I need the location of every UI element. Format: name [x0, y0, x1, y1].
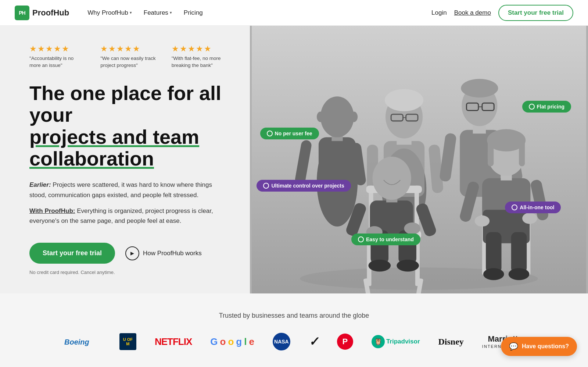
chevron-down-icon: ▾	[170, 10, 172, 15]
svg-text:Boeing: Boeing	[64, 338, 89, 346]
tripadvisor-icon: 🦉	[372, 335, 385, 348]
svg-point-65	[475, 215, 490, 227]
svg-point-42	[397, 260, 419, 271]
hero-section: ★★★★★ "Accountability is no more an issu…	[0, 26, 588, 293]
nav-cta-button[interactable]: Start your free trial	[498, 5, 573, 21]
svg-rect-61	[488, 140, 494, 166]
hero-heading: The one place for all your projects and …	[29, 82, 228, 170]
badge-all-in-one: All-in-one tool	[505, 202, 561, 213]
badge-easy-to-understand: Easy to understand	[351, 234, 420, 245]
logo-icon: PH	[15, 6, 29, 20]
quote-1: "Accountability is no more an issue"	[29, 55, 86, 69]
svg-point-56	[483, 268, 504, 280]
circle-icon	[512, 204, 517, 210]
review-1: ★★★★★ "Accountability is no more an issu…	[29, 44, 86, 69]
navbar: PH ProofHub Why ProofHub ▾ Features ▾ Pr…	[0, 0, 588, 26]
hero-image: No per user fee Flat pricing Ultimate co…	[250, 26, 588, 293]
circle-icon	[529, 104, 535, 110]
chat-icon: 💬	[509, 342, 518, 351]
svg-point-26	[461, 79, 498, 98]
book-demo-link[interactable]: Book a demo	[454, 9, 491, 17]
svg-point-44	[373, 157, 411, 200]
review-2: ★★★★★ "We can now easily track project p…	[100, 44, 157, 69]
stars-1: ★★★★★	[29, 44, 86, 54]
logo-nasa: NASA	[273, 333, 290, 350]
circle-icon	[263, 183, 269, 189]
badge-ultimate-control: Ultimate control over projects	[257, 180, 351, 192]
svg-point-5	[320, 96, 354, 137]
logo-disney: Disney	[438, 337, 464, 347]
video-button[interactable]: ▶ How ProofHub works	[125, 246, 202, 260]
with-proofhub-paragraph: With ProofHub: Everything is organized, …	[29, 206, 228, 226]
badge-flat-pricing: Flat pricing	[522, 101, 571, 113]
svg-point-66	[522, 213, 537, 224]
chat-button[interactable]: 💬 Have questions?	[501, 337, 577, 356]
quote-3: "With flat-fee, no more breaking the ban…	[172, 55, 228, 69]
hero-cta-button[interactable]: Start your free trial	[29, 243, 115, 264]
review-3: ★★★★★ "With flat-fee, no more breaking t…	[172, 44, 228, 69]
disclaimer-text: No credit card required. Cancel anytime.	[29, 270, 228, 275]
boeing-svg: Boeing	[64, 336, 101, 347]
logo-tripadvisor: 🦉 Tripadvisor	[372, 335, 420, 348]
stars-2: ★★★★★	[100, 44, 157, 54]
trusted-title: Trusted by businesses and teams around t…	[29, 312, 559, 320]
chevron-down-icon: ▾	[130, 10, 132, 15]
svg-point-8	[317, 112, 324, 122]
earlier-paragraph: Earlier: Projects were scattered, it was…	[29, 180, 228, 200]
logo-text: ProofHub	[32, 8, 69, 18]
circle-icon	[267, 131, 273, 136]
circle-icon	[358, 236, 364, 242]
nav-links: Why ProofHub ▾ Features ▾ Pricing	[82, 6, 431, 19]
login-button[interactable]: Login	[431, 9, 447, 17]
nav-features[interactable]: Features ▾	[139, 6, 177, 19]
people-illustration	[250, 26, 588, 293]
nav-pricing[interactable]: Pricing	[179, 6, 208, 19]
logo-netflix: NETFLIX	[155, 336, 192, 348]
logos-row: Boeing U OFM NETFLIX Google NASA ✓ P 🦉 T…	[29, 333, 559, 350]
logo-link[interactable]: PH ProofHub	[15, 6, 69, 20]
svg-point-17	[385, 89, 423, 111]
svg-point-41	[368, 260, 391, 271]
badge-no-per-user: No per user fee	[260, 128, 319, 139]
svg-point-48	[404, 222, 420, 234]
stars-3: ★★★★★	[172, 44, 228, 54]
svg-rect-62	[519, 140, 525, 166]
trusted-section: Trusted by businesses and teams around t…	[0, 293, 588, 365]
logo-pinterest: P	[337, 334, 353, 350]
quote-2: "We can now easily track project progres…	[100, 55, 157, 69]
reviews-row: ★★★★★ "Accountability is no more an issu…	[29, 44, 228, 69]
nav-right: Login Book a demo Start your free trial	[431, 5, 573, 21]
svg-point-57	[509, 268, 530, 280]
svg-rect-54	[486, 232, 501, 273]
logo-michigan: U OFM	[119, 333, 136, 350]
logo-google: Google	[210, 336, 254, 348]
hero-buttons: Start your free trial ▶ How ProofHub wor…	[29, 243, 228, 264]
svg-rect-55	[511, 232, 527, 273]
logo-nike: ✓	[309, 335, 319, 349]
logo-boeing: Boeing	[64, 336, 101, 347]
nav-why-proofhub[interactable]: Why ProofHub ▾	[82, 6, 137, 19]
hero-left: ★★★★★ "Accountability is no more an issu…	[0, 26, 250, 293]
play-icon: ▶	[125, 246, 139, 260]
svg-point-9	[350, 112, 358, 122]
hero-right: No per user fee Flat pricing Ultimate co…	[250, 26, 588, 293]
